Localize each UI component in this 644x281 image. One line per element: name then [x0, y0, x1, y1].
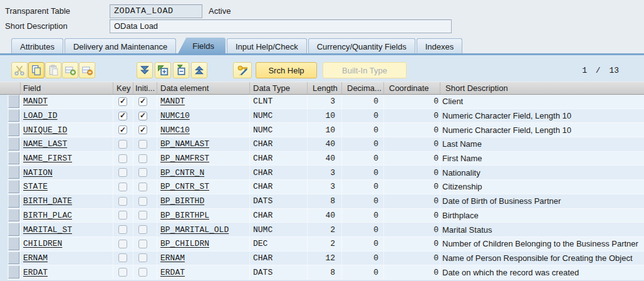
short-description-field[interactable]: OData Load — [110, 19, 452, 33]
key-checkbox[interactable] — [118, 253, 127, 262]
initial-checkbox[interactable] — [138, 97, 147, 106]
data-element-link[interactable]: BP_NAMLAST — [157, 137, 249, 151]
short-description-value: Nationality — [440, 166, 644, 179]
row-selector[interactable] — [8, 252, 20, 265]
data-element-link[interactable]: ERNAM — [157, 252, 249, 265]
row-selector[interactable] — [8, 109, 20, 123]
field-link[interactable]: LOAD_ID — [20, 109, 113, 123]
data-element-link[interactable]: BP_CNTR_N — [157, 166, 249, 179]
initial-checkbox[interactable] — [138, 154, 147, 163]
data-element-link[interactable]: BP_CHILDRN — [157, 237, 249, 251]
key-checkbox[interactable] — [118, 125, 127, 134]
data-element-link[interactable]: NUMC10 — [157, 123, 249, 137]
initial-checkbox[interactable] — [138, 211, 147, 220]
key-checkbox[interactable] — [118, 211, 127, 220]
row-selector[interactable] — [8, 180, 20, 194]
row-selector[interactable] — [8, 95, 20, 109]
key-checkbox[interactable] — [118, 240, 127, 248]
delete-row-button[interactable] — [79, 62, 95, 78]
key-checkbox[interactable] — [118, 268, 127, 277]
row-selector[interactable] — [8, 223, 20, 236]
row-selector[interactable] — [8, 209, 20, 223]
initial-checkbox[interactable] — [138, 268, 147, 277]
key-checkbox[interactable] — [118, 168, 127, 177]
key-checkbox[interactable] — [118, 97, 127, 106]
tab-attributes[interactable]: Attributes — [11, 38, 63, 55]
paste-button[interactable] — [45, 62, 61, 78]
field-link[interactable]: NATION — [20, 166, 113, 179]
initial-checkbox[interactable] — [138, 140, 147, 149]
initial-checkbox[interactable] — [138, 240, 147, 248]
key-checkbox[interactable] — [118, 154, 127, 163]
tab-delivery-and-maintenance[interactable]: Delivery and Maintenance — [65, 38, 176, 55]
row-selector[interactable] — [8, 265, 20, 279]
key-checkbox[interactable] — [118, 183, 127, 191]
row-selector[interactable] — [8, 237, 20, 251]
delete-element-button[interactable] — [173, 62, 189, 78]
double-chevron-down-icon — [139, 65, 150, 76]
column-header-decimals[interactable]: Decima... — [341, 82, 383, 94]
field-link[interactable]: MARITAL_ST — [20, 223, 113, 236]
cut-button[interactable] — [11, 62, 28, 78]
initial-checkbox[interactable] — [138, 125, 147, 134]
initial-checkbox[interactable] — [138, 225, 147, 234]
column-header-key[interactable]: Key — [113, 82, 133, 94]
initial-checkbox[interactable] — [138, 168, 147, 177]
key-checkbox[interactable] — [118, 140, 127, 149]
field-link[interactable]: ERNAM — [20, 252, 113, 265]
coordinate-value: 0 — [383, 180, 440, 194]
column-header-data-type[interactable]: Data Type — [249, 82, 307, 94]
field-link[interactable]: CHILDREN — [20, 237, 113, 251]
table-name-field[interactable]: ZODATA_LOAD — [110, 4, 202, 18]
row-selector[interactable] — [8, 166, 20, 179]
field-link[interactable]: NAME_FIRST — [20, 152, 113, 166]
column-header-field[interactable]: Field — [20, 82, 113, 94]
row-selector[interactable] — [8, 123, 20, 137]
row-selector[interactable] — [8, 194, 20, 208]
column-header-short-description[interactable]: Short Description — [440, 82, 644, 94]
data-element-link[interactable]: BP_BIRTHPL — [157, 209, 249, 223]
initial-checkbox[interactable] — [138, 253, 147, 262]
column-header-initial[interactable]: Initi... — [133, 82, 157, 94]
tab-input-help-check[interactable]: Input Help/Check — [227, 38, 307, 55]
data-element-link[interactable]: BP_BIRTHD — [157, 194, 249, 208]
field-link[interactable]: MANDT — [20, 95, 113, 109]
data-element-link[interactable]: NUMC10 — [157, 109, 249, 123]
decimals-value: 0 — [341, 209, 383, 223]
field-link[interactable]: BIRTH_DATE — [20, 194, 113, 208]
row-selector[interactable] — [8, 152, 20, 166]
field-link[interactable]: UNIQUE_ID — [20, 123, 113, 137]
initial-checkbox[interactable] — [138, 197, 147, 206]
tab-indexes[interactable]: Indexes — [417, 38, 463, 55]
position-button[interactable] — [137, 62, 153, 78]
insert-element-button[interactable] — [155, 62, 171, 78]
table-row: BIRTH_PLACBP_BIRTHPLCHAR4000Birthplace — [8, 209, 644, 223]
move-top-button[interactable] — [191, 62, 207, 78]
data-element-link[interactable]: ERDAT — [157, 265, 249, 279]
key-checkbox[interactable] — [118, 112, 127, 120]
initial-checkbox[interactable] — [138, 183, 147, 191]
field-link[interactable]: STATE — [20, 180, 113, 194]
tab-currency-quantity-fields[interactable]: Currency/Quantity Fields — [308, 38, 415, 55]
field-link[interactable]: NAME_LAST — [20, 137, 113, 151]
tab-fields[interactable]: Fields — [177, 38, 226, 55]
built-in-type-button[interactable]: Built-In Type — [323, 62, 407, 78]
column-header-coordinate[interactable]: Coordinate — [383, 82, 440, 94]
column-header-data-element[interactable]: Data element — [157, 82, 249, 94]
field-link[interactable]: BIRTH_PLAC — [20, 209, 113, 223]
row-selector[interactable] — [8, 137, 20, 151]
data-element-link[interactable]: BP_MARITAL_OLD — [157, 223, 249, 236]
field-link[interactable]: ERDAT — [20, 265, 113, 279]
initial-checkbox[interactable] — [138, 112, 147, 120]
copy-button[interactable] — [28, 62, 44, 78]
srch-help-button[interactable]: Srch Help — [256, 62, 317, 78]
key-checkbox[interactable] — [118, 197, 127, 206]
key-checkbox[interactable] — [118, 225, 127, 234]
data-element-link[interactable]: MANDT — [157, 95, 249, 109]
data-element-link[interactable]: BP_CNTR_ST — [157, 180, 249, 194]
column-header-length[interactable]: Length — [307, 82, 341, 94]
insert-row-button[interactable] — [62, 62, 78, 78]
data-element-link[interactable]: BP_NAMFRST — [157, 152, 249, 166]
srch-help-icon-button[interactable] — [233, 62, 252, 78]
key-cell — [113, 152, 133, 166]
